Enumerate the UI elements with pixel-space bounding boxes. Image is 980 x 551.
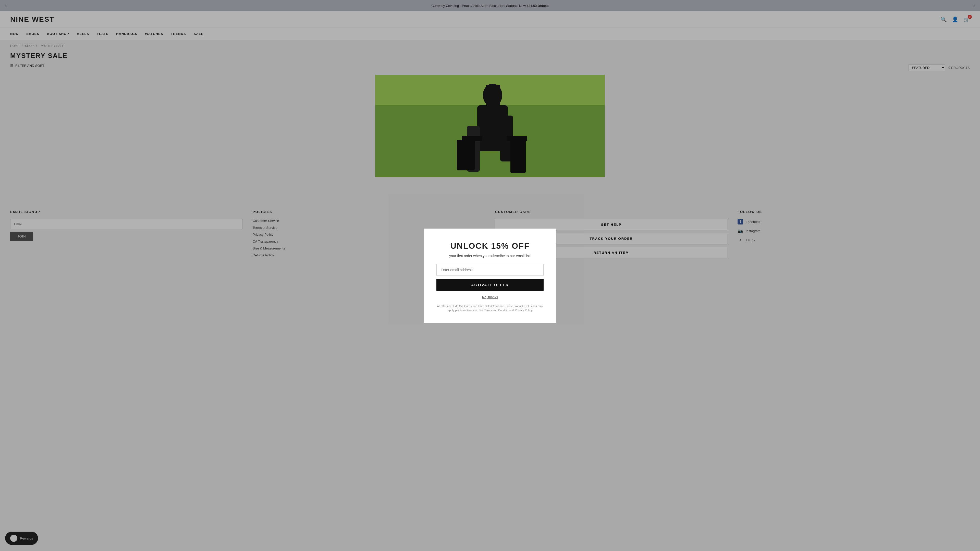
popup-subtitle: your first order when you subscribe to o… [436, 254, 544, 258]
popup-overlay: UNLOCK 15% OFF your first order when you… [0, 0, 980, 268]
popup-title: UNLOCK 15% OFF [436, 241, 544, 251]
popup: UNLOCK 15% OFF your first order when you… [424, 229, 556, 269]
popup-email-input[interactable] [436, 264, 544, 269]
